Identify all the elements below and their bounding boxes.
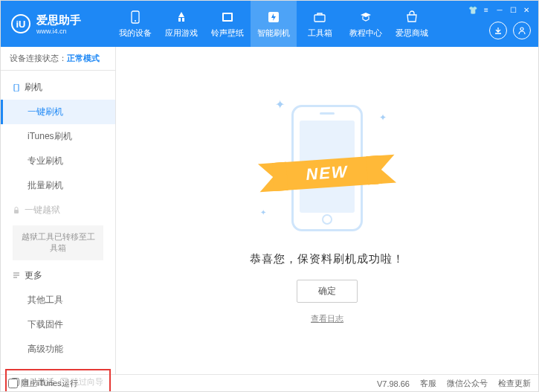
view-log-link[interactable]: 查看日志 [311,313,343,324]
flash-icon [266,10,281,25]
footer-update[interactable]: 检查更新 [498,378,531,389]
success-illustration: ✦ ✦ ✦ NEW [253,97,401,239]
nav-ringtones[interactable]: 铃声壁纸 [204,1,251,47]
footer-wechat[interactable]: 微信公众号 [447,378,488,389]
menu-item-download-firmware[interactable]: 下载固件 [1,312,115,337]
minimize-icon[interactable]: ─ [495,5,504,14]
block-itunes-checkbox[interactable]: 阻止iTunes运行 [8,378,78,389]
menu-item-batch-flash[interactable]: 批量刷机 [1,173,115,198]
jailbreak-note: 越狱工具已转移至工具箱 [13,225,103,260]
svg-point-6 [520,28,523,30]
more-icon [13,271,20,279]
confirm-button[interactable]: 确定 [297,280,358,303]
svg-point-1 [135,20,136,22]
svg-rect-3 [224,14,231,20]
menu-header-jailbreak[interactable]: 一键越狱 [1,198,115,222]
top-nav: 我的设备 应用游戏 铃声壁纸 智能刷机 工具箱 教程中心 爱思商城 [112,1,435,47]
nav-my-device[interactable]: 我的设备 [112,1,158,47]
menu-item-advanced[interactable]: 高级功能 [1,337,115,362]
svg-rect-7 [14,84,19,91]
skin-icon[interactable]: 👕 [468,5,477,14]
menu-header-flash[interactable]: 刷机 [1,75,115,100]
nav-tutorials[interactable]: 教程中心 [343,1,389,47]
menu-item-other-tools[interactable]: 其他工具 [1,288,115,312]
user-button[interactable] [513,22,531,39]
nav-toolbox[interactable]: 工具箱 [297,1,343,47]
nav-apps-games[interactable]: 应用游戏 [158,1,204,47]
menu-icon[interactable]: ≡ [482,5,491,14]
download-button[interactable] [489,22,507,39]
maximize-icon[interactable]: ☐ [509,5,517,14]
logo: iU 爱思助手 www.i4.cn [1,13,112,35]
toolbox-icon [312,10,327,25]
footer-support[interactable]: 客服 [420,378,436,389]
header: iU 爱思助手 www.i4.cn 我的设备 应用游戏 铃声壁纸 智能刷机 工具… [1,1,538,47]
new-badge: NEW [305,162,349,184]
menu-item-itunes-flash[interactable]: iTunes刷机 [1,124,115,149]
phone-icon [13,84,20,91]
success-message: 恭喜您，保资料刷机成功啦！ [250,252,404,266]
menu-header-more[interactable]: 更多 [1,263,115,288]
lock-icon [13,207,20,214]
menu-item-oneclick-flash[interactable]: 一键刷机 [1,100,115,124]
close-icon[interactable]: ✕ [522,5,531,14]
main-content: ✦ ✦ ✦ NEW 恭喜您，保资料刷机成功啦！ 确定 查看日志 [116,47,538,374]
wallpaper-icon [220,10,235,25]
logo-icon: iU [11,14,30,33]
svg-rect-8 [14,210,19,213]
device-icon [128,10,143,25]
menu-item-pro-flash[interactable]: 专业刷机 [1,149,115,173]
app-title: 爱思助手 [36,13,81,28]
window-controls: 👕 ≡ ─ ☐ ✕ [468,5,531,14]
connection-status: 设备连接状态：正常模式 [1,47,115,71]
nav-store[interactable]: 爱思商城 [389,1,435,47]
sidebar: 设备连接状态：正常模式 刷机 一键刷机 iTunes刷机 专业刷机 批量刷机 一… [1,47,116,374]
version-label: V7.98.66 [377,379,410,388]
svg-rect-5 [314,15,325,22]
tutorial-icon [358,10,373,25]
store-icon [404,10,419,25]
apps-icon [174,10,189,25]
nav-smart-flash[interactable]: 智能刷机 [251,1,297,47]
app-subtitle: www.i4.cn [36,28,81,35]
